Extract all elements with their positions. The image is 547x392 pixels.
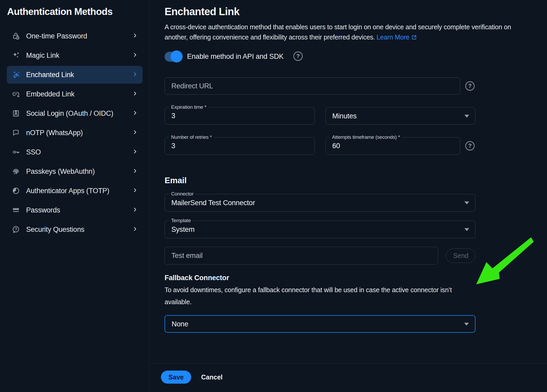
help-icon[interactable]: ?	[465, 141, 475, 151]
sidebar-item-passwords[interactable]: Passwords	[7, 201, 143, 219]
dropdown-caret-icon	[464, 323, 469, 326]
fingerprint-icon	[11, 167, 20, 176]
template-select[interactable]: Template System	[165, 221, 475, 238]
chevron-right-icon	[132, 52, 138, 59]
magic-wand-icon	[11, 70, 20, 79]
sidebar-item-magic-link[interactable]: Magic Link	[7, 47, 143, 64]
sparkles-icon	[11, 51, 20, 60]
chevron-right-icon	[132, 187, 138, 194]
chat-bubble-icon	[11, 128, 20, 137]
question-bubble-icon: ?	[11, 225, 20, 234]
key-icon	[11, 148, 20, 157]
chevron-right-icon	[132, 129, 138, 136]
fallback-connector-description: To avoid downtimes, configure a fallback…	[165, 284, 452, 308]
sidebar-item-label: Security Questions	[26, 226, 132, 234]
template-label: Template	[169, 218, 193, 223]
connector-value: MailerSend Test Connector	[171, 199, 255, 207]
save-button[interactable]: Save	[161, 371, 191, 384]
number-of-retries-field: Number of retries *	[165, 137, 315, 155]
sidebar-item-passkeys[interactable]: Passkeys (WebAuthn)	[7, 163, 143, 180]
sidebar-title: Authentication Methods	[7, 6, 113, 17]
expiration-unit-select[interactable]: Minutes	[325, 107, 475, 125]
sidebar-nav: One-time Password Magic Link	[7, 27, 143, 238]
chevron-right-icon	[132, 71, 138, 78]
template-value: System	[171, 226, 195, 234]
sidebar-item-one-time-password[interactable]: One-time Password	[7, 27, 143, 45]
sidebar-item-embedded-link[interactable]: Embedded Link	[7, 85, 143, 103]
sidebar-item-notp-whatsapp[interactable]: nOTP (WhatsApp)	[7, 124, 143, 142]
fallback-description-line-1: To avoid downtimes, configure a fallback…	[165, 284, 452, 296]
fallback-connector-select[interactable]: None	[165, 315, 475, 333]
svg-text:?: ?	[15, 227, 17, 232]
page-title: Enchanted Link	[165, 6, 240, 18]
clock-pie-icon	[11, 186, 20, 195]
sidebar-item-authenticator-apps[interactable]: Authenticator Apps (TOTP)	[7, 182, 143, 200]
fallback-connector-heading: Fallback Connector	[165, 274, 229, 282]
link-plus-icon	[11, 90, 20, 99]
learn-more-link[interactable]: Learn More	[376, 33, 409, 41]
description-line-1: A cross-device authentication method tha…	[165, 22, 511, 32]
redirect-url-input[interactable]	[165, 77, 460, 95]
sidebar-item-label: Enchanted Link	[26, 71, 132, 79]
green-arrow-annotation	[474, 235, 536, 286]
enable-method-toggle[interactable]	[165, 51, 182, 62]
asterisks-icon	[11, 206, 20, 215]
sidebar-item-label: Authenticator Apps (TOTP)	[26, 187, 132, 195]
sidebar-item-label: Passwords	[26, 206, 132, 214]
connector-select[interactable]: Connector MailerSend Test Connector	[165, 194, 475, 212]
sidebar-item-enchanted-link[interactable]: Enchanted Link	[7, 66, 143, 84]
dropdown-caret-icon	[464, 228, 469, 231]
chevron-right-icon	[132, 149, 138, 155]
chevron-right-icon	[132, 168, 138, 175]
chevron-right-icon	[132, 91, 138, 97]
chevron-right-icon	[132, 110, 138, 117]
sidebar-item-label: Passkeys (WebAuthn)	[26, 168, 132, 176]
sidebar-item-security-questions[interactable]: ? Security Questions	[7, 221, 143, 238]
toggle-knob	[171, 50, 183, 62]
test-email-input[interactable]	[165, 247, 438, 264]
app-root: Authentication Methods One-time Password	[0, 0, 547, 392]
footer-divider	[150, 363, 547, 364]
id-badge-icon	[11, 109, 20, 118]
chevron-right-icon	[132, 226, 138, 233]
cancel-button[interactable]: Cancel	[201, 371, 223, 384]
sidebar-item-label: nOTP (WhatsApp)	[26, 129, 132, 137]
help-icon[interactable]: ?	[465, 81, 475, 91]
dropdown-caret-icon	[464, 115, 469, 118]
connector-label: Connector	[169, 191, 196, 197]
expiration-time-field: Expiration time *	[165, 107, 315, 125]
description-line-2: another, offering convenience and flexib…	[165, 32, 511, 42]
sidebar: Authentication Methods One-time Password	[0, 0, 149, 392]
attempts-timeframe-input[interactable]	[326, 137, 460, 154]
sidebar-item-label: Embedded Link	[26, 90, 132, 98]
chevron-right-icon	[132, 33, 138, 39]
lock-clock-icon	[11, 32, 20, 41]
chevron-right-icon	[132, 207, 138, 214]
fallback-description-line-2: available.	[165, 296, 452, 308]
toggle-label: Enable method in API and SDK	[187, 51, 284, 62]
attempts-timeframe-field: Attempts timeframe (seconds) *	[325, 137, 460, 155]
email-section-heading: Email	[165, 176, 187, 185]
expiration-time-input[interactable]	[165, 107, 315, 124]
dropdown-caret-icon	[464, 201, 469, 204]
sidebar-item-label: Social Login (OAuth / OIDC)	[26, 109, 132, 118]
sidebar-item-label: One-time Password	[26, 32, 132, 40]
help-icon[interactable]: ?	[293, 51, 303, 61]
sidebar-item-label: SSO	[26, 148, 132, 156]
send-button[interactable]: Send	[446, 249, 476, 263]
expiration-unit-value: Minutes	[332, 112, 357, 120]
method-description: A cross-device authentication method tha…	[165, 22, 511, 42]
sidebar-item-sso[interactable]: SSO	[7, 143, 143, 161]
fallback-connector-value: None	[172, 320, 188, 328]
number-of-retries-input[interactable]	[165, 137, 315, 154]
sidebar-item-social-login[interactable]: Social Login (OAuth / OIDC)	[7, 105, 143, 122]
external-link-icon	[409, 33, 417, 41]
sidebar-item-label: Magic Link	[26, 51, 132, 60]
